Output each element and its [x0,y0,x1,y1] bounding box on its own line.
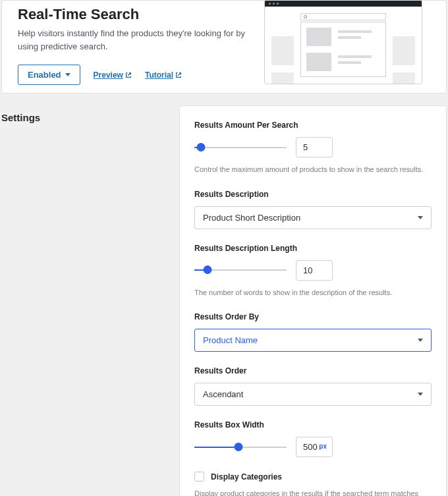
results-amount-input[interactable]: 5 [296,137,333,157]
tutorial-link-label: Tutorial [145,70,173,80]
results-box-width-slider[interactable] [194,443,287,452]
field-results-description-length: Results Description Length 10 The number… [194,244,432,298]
field-display-categories: Display Categories Display product categ… [194,472,432,496]
slider-handle[interactable] [203,265,211,274]
slider-handle[interactable] [235,443,243,451]
search-icon [304,15,307,18]
results-order-by-select[interactable]: Product Name [194,329,432,352]
external-link-icon [175,72,182,78]
results-order-label: Results Order [194,366,432,375]
chevron-down-icon [418,216,423,219]
hero-description: Help visitors instantly find the product… [18,27,262,53]
hero-title: Real-Time Search [18,6,262,23]
settings-section: Settings Results Amount Per Search 5 Con… [0,105,448,496]
results-amount-slider[interactable] [194,143,287,152]
results-description-label: Results Description [194,190,432,199]
results-order-by-label: Results Order By [194,312,432,321]
slider-handle[interactable] [196,143,205,152]
search-bar-mock [300,13,386,20]
external-link-icon [125,72,132,78]
field-results-description: Results Description Product Short Descri… [194,190,432,229]
settings-title: Settings [1,105,166,496]
results-description-length-label: Results Description Length [194,244,432,253]
field-results-order-by: Results Order By Product Name [194,312,432,352]
enabled-button[interactable]: Enabled [18,65,80,85]
hero-illustration [264,0,422,84]
results-description-length-help: The number of words to show in the descr… [194,287,432,298]
caret-down-icon [65,73,70,76]
display-categories-checkbox[interactable] [194,472,204,482]
chevron-down-icon [418,393,423,396]
settings-panel: Results Amount Per Search 5 Control the … [179,105,447,496]
enabled-button-label: Enabled [28,70,61,80]
hero-actions: Enabled Preview Tutorial [18,65,262,85]
results-description-select[interactable]: Product Short Description [194,206,432,229]
hero-card: Real-Time Search Help visitors instantly… [1,0,447,94]
results-description-length-slider[interactable] [194,265,287,275]
results-box-width-label: Results Box Width [194,420,432,429]
field-results-amount: Results Amount Per Search 5 Control the … [194,121,432,175]
unit-label: px [319,443,327,450]
preview-link-label: Preview [94,70,123,80]
results-amount-help: Control the maximum amount of products t… [194,164,432,175]
field-results-box-width: Results Box Width 500 px [194,420,432,457]
preview-link[interactable]: Preview [94,70,132,80]
browser-mock [264,0,422,84]
chevron-down-icon [418,339,423,342]
tutorial-link[interactable]: Tutorial [145,70,182,80]
display-categories-label: Display Categories [211,472,282,482]
display-categories-help: Display product categories in the result… [194,488,432,496]
results-amount-label: Results Amount Per Search [194,121,432,130]
results-box-width-input[interactable]: 500 px [296,437,333,457]
hero-content: Real-Time Search Help visitors instantly… [18,6,262,78]
results-order-select[interactable]: Ascendant [194,383,432,406]
field-results-order: Results Order Ascendant [194,366,432,406]
results-description-length-input[interactable]: 10 [296,260,333,281]
